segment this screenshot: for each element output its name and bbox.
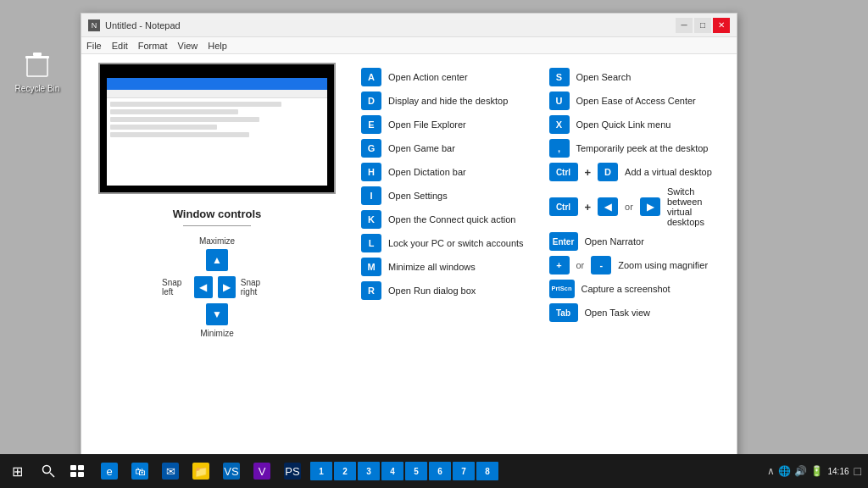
menu-view[interactable]: View — [178, 41, 198, 51]
svg-rect-8 — [70, 465, 76, 470]
menu-bar: File Edit Format View Help — [81, 37, 737, 54]
volume-icon[interactable]: 🔊 — [794, 465, 807, 477]
key-m: M — [361, 258, 381, 276]
shortcut-row-i: I Open Settings — [361, 186, 541, 205]
shortcut-desc-g: Open Game bar — [388, 143, 455, 153]
shortcut-row-comma: , Temporarily peek at the desktop — [549, 139, 729, 158]
key-a: A — [361, 68, 381, 86]
desktop-tab-3[interactable]: 3 — [358, 462, 380, 480]
shortcut-row-zoom: + or - Zoom using magnifier — [549, 256, 729, 274]
key-h: H — [361, 163, 381, 181]
shortcut-row-g: G Open Game bar — [361, 139, 541, 158]
minimize-window-button[interactable]: ─ — [676, 18, 693, 33]
main-window: N Untitled - Notepad ─ □ ✕ File Edit For… — [81, 13, 737, 462]
clock[interactable]: 14:16 — [828, 466, 849, 477]
title-bar-left: N Untitled - Notepad — [88, 19, 181, 31]
arrow-grid: Maximize ▲ Snap left ◀ ▶ Snap right ▼ — [162, 236, 272, 338]
taskbar: ⊞ e — [0, 454, 868, 488]
snap-right-button[interactable]: ▶ — [218, 276, 236, 298]
menu-edit[interactable]: Edit — [112, 41, 128, 51]
window-controls-section: Window controls Maximize ▲ Snap left ◀ ▶… — [162, 208, 272, 338]
taskbar-pin-edge[interactable]: e — [95, 454, 124, 488]
key-i: I — [361, 186, 381, 205]
powershell-icon: PS — [284, 463, 301, 480]
notification-icon[interactable]: □ — [854, 464, 861, 478]
shortcuts-columns: A Open Action center D Display and hide … — [361, 68, 728, 447]
svg-rect-10 — [70, 472, 76, 477]
start-button[interactable]: ⊞ — [0, 454, 34, 488]
shortcut-desc-r: Open Run dialog box — [388, 286, 476, 296]
explorer-icon: 📁 — [192, 463, 209, 480]
shortcut-row-u: U Open Ease of Access Center — [549, 92, 729, 110]
middle-arrow-row: Snap left ◀ ▶ Snap right — [162, 276, 272, 298]
shortcut-desc-e: Open File Explorer — [388, 119, 466, 130]
shortcut-desc-a: Open Action center — [388, 72, 468, 82]
screenshot-titlebar — [107, 78, 327, 90]
shortcut-desc-l: Lock your PC or switch accounts — [388, 238, 524, 248]
menu-format[interactable]: Format — [138, 41, 168, 51]
menu-file[interactable]: File — [86, 41, 102, 51]
taskbar-search-button[interactable] — [34, 454, 63, 488]
desktop-tab-1[interactable]: 1 — [310, 462, 332, 480]
key-tab: Tab — [549, 303, 578, 322]
search-icon — [42, 464, 55, 478]
clock-time: 14:16 — [828, 466, 849, 477]
desktop-tab-7[interactable]: 7 — [453, 462, 475, 480]
shortcut-row-x: X Open Quick Link menu — [549, 115, 729, 134]
desktop-tab-5[interactable]: 5 — [405, 462, 427, 480]
shortcut-row-e: E Open File Explorer — [361, 115, 541, 134]
taskbar-pin-powershell[interactable]: PS — [278, 454, 307, 488]
chevron-up-icon[interactable]: ∧ — [767, 465, 775, 477]
ws-line — [110, 117, 259, 122]
desktop-tab-6[interactable]: 6 — [429, 462, 451, 480]
key-comma: , — [549, 139, 570, 158]
store-icon: 🛍 — [131, 463, 148, 480]
taskbar-pin-vscode[interactable]: VS — [217, 454, 246, 488]
tray-icons: ∧ 🌐 🔊 🔋 — [767, 465, 823, 477]
taskbar-pin-explorer[interactable]: 📁 — [186, 454, 215, 488]
snap-left-button[interactable]: ◀ — [194, 276, 212, 298]
desktop-tab-2[interactable]: 2 — [334, 462, 356, 480]
shortcut-row-enter: Enter Open Narrator — [549, 232, 729, 251]
ws-line — [110, 102, 281, 107]
svg-point-6 — [43, 466, 51, 474]
content-area: Window controls Maximize ▲ Snap left ◀ ▶… — [81, 54, 737, 461]
shortcuts-panel: A Open Action center D Display and hide … — [361, 63, 728, 452]
desktop: Recycle Bin N Untitled - Notepad ─ □ ✕ F… — [0, 0, 868, 488]
key-d: D — [361, 92, 381, 110]
shortcut-row-k: K Open the Connect quick action — [361, 210, 541, 229]
notepad-icon: N — [88, 19, 100, 31]
desktop-tab-8[interactable]: 8 — [476, 462, 498, 480]
taskbar-pin-store[interactable]: 🛍 — [125, 454, 154, 488]
task-view-button[interactable] — [63, 454, 92, 488]
shortcut-desc-enter: Open Narrator — [585, 236, 644, 247]
shortcut-desc-ctrl-d: Add a virtual desktop — [625, 167, 712, 177]
top-arrow-row: ▲ — [206, 249, 228, 271]
snap-left-label: Snap left — [162, 278, 189, 297]
screenshot-lines — [110, 102, 324, 137]
taskbar-pin-vs[interactable]: V — [248, 454, 276, 488]
recycle-bin[interactable]: Recycle Bin — [12, 51, 63, 93]
shortcut-desc-s: Open Search — [576, 72, 632, 82]
maximize-window-button[interactable]: □ — [694, 18, 711, 33]
menu-help[interactable]: Help — [208, 41, 227, 51]
notification-area: □ — [854, 464, 861, 478]
shortcut-desc-tab: Open Task view — [585, 308, 650, 318]
taskbar-right: ∧ 🌐 🔊 🔋 14:16 □ — [767, 454, 869, 488]
network-icon[interactable]: 🌐 — [778, 465, 791, 477]
snap-up-button[interactable]: ▲ — [206, 249, 228, 271]
close-window-button[interactable]: ✕ — [713, 18, 730, 33]
key-minus: - — [591, 256, 611, 274]
battery-icon[interactable]: 🔋 — [810, 465, 823, 477]
desktop-tab-4[interactable]: 4 — [381, 462, 403, 480]
key-prtscn: PrtScn — [549, 280, 575, 298]
snap-down-button[interactable]: ▼ — [206, 303, 228, 325]
shortcut-row-prtscn: PrtScn Capture a screenshot — [549, 280, 729, 298]
key-ctrl-1: Ctrl — [549, 163, 578, 181]
taskbar-pin-mail[interactable]: ✉ — [156, 454, 185, 488]
left-panel: Window controls Maximize ▲ Snap left ◀ ▶… — [90, 63, 344, 452]
svg-rect-1 — [25, 56, 49, 58]
key-arrow-right: ▶ — [640, 197, 660, 216]
shortcut-desc-u: Open Ease of Access Center — [576, 96, 696, 106]
plus-sign-2: + — [585, 201, 592, 214]
